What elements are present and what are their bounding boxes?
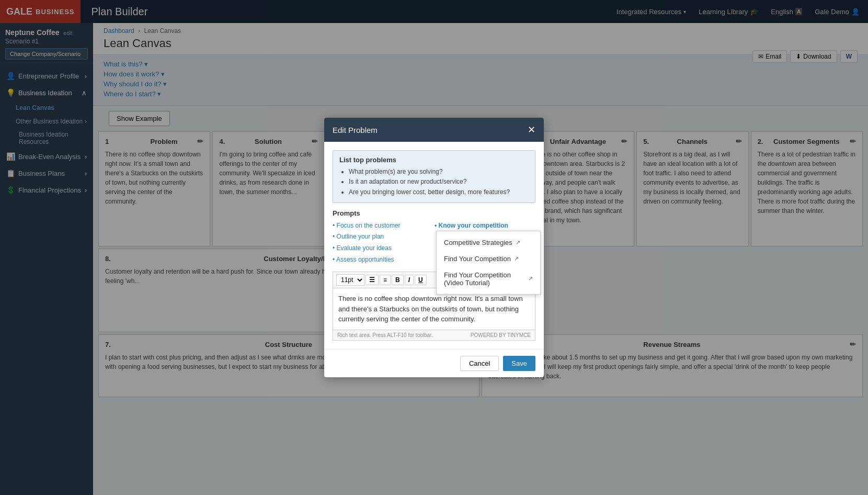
edit-problem-modal: Edit Problem ✕ List top problems What pr… — [324, 118, 544, 377]
competitive-strategies-label: Competitive Strategies — [444, 239, 512, 246]
prompt-list: What problem(s) are you solving? Is it a… — [349, 167, 529, 197]
find-competition-video-item[interactable]: Find Your Competition (Video Tutorial) ↗ — [437, 267, 540, 291]
find-competition-video-label: Find Your Competition (Video Tutorial) — [444, 271, 525, 287]
prompts-grid: • Focus on the customer • Outline your p… — [333, 220, 535, 265]
unordered-list-button[interactable]: ☰ — [366, 275, 379, 285]
prompt-link-outline[interactable]: • Outline your plan — [333, 233, 384, 240]
external-link-icon-2: ↗ — [514, 255, 519, 262]
find-competition-label: Find Your Competition — [444, 255, 511, 263]
prompt-link-assess[interactable]: • Assess opportunities — [333, 256, 394, 263]
tinymce-label: POWERED BY TINYMCE — [471, 332, 531, 338]
modal-header: Edit Problem ✕ — [324, 118, 544, 142]
prompts-title: Prompts — [333, 209, 535, 217]
modal-footer: Cancel Save — [324, 349, 544, 377]
prompts-section: Prompts • Focus on the customer • Outlin… — [333, 209, 535, 265]
save-button[interactable]: Save — [503, 356, 535, 371]
find-competition-item[interactable]: Find Your Competition ↗ — [437, 251, 540, 267]
prompts-right: • Know your competition Competitive Stra… — [435, 220, 535, 265]
prompt-item-1: What problem(s) are you solving? — [349, 167, 529, 177]
prompt-item-3: Are you bringing lower cost, better desi… — [349, 187, 529, 197]
editor-footer: Rich text area. Press ALT-F10 for toolba… — [333, 330, 535, 341]
prompt-link-evaluate[interactable]: • Evaluate your ideas — [333, 244, 392, 252]
italic-button[interactable]: I — [405, 275, 414, 285]
underline-button[interactable]: U — [415, 275, 427, 285]
prompt-box: List top problems What problem(s) are yo… — [333, 150, 535, 203]
modal-title: Edit Problem — [333, 126, 378, 134]
prompt-link-focus[interactable]: • Focus on the customer — [333, 222, 401, 229]
cancel-button[interactable]: Cancel — [460, 356, 499, 371]
external-link-icon-3: ↗ — [528, 275, 533, 282]
prompt-box-title: List top problems — [339, 156, 529, 164]
modal-close-button[interactable]: ✕ — [528, 124, 535, 136]
prompts-left: • Focus on the customer • Outline your p… — [333, 220, 433, 265]
external-link-icon-1: ↗ — [516, 239, 520, 246]
ordered-list-button[interactable]: ≡ — [380, 275, 391, 285]
modal-body: List top problems What problem(s) are yo… — [324, 142, 544, 348]
font-size-select[interactable]: 11pt — [336, 274, 364, 286]
competition-dropdown: Competitive Strategies ↗ Find Your Compe… — [436, 231, 541, 295]
prompt-link-competition[interactable]: • Know your competition — [435, 222, 508, 229]
competitive-strategies-item[interactable]: Competitive Strategies ↗ — [437, 234, 540, 251]
modal-overlay[interactable]: Edit Problem ✕ List top problems What pr… — [0, 0, 868, 495]
editor-hint: Rich text area. Press ALT-F10 for toolba… — [337, 332, 433, 338]
bold-button[interactable]: B — [392, 275, 404, 285]
prompt-item-2: Is it an adaptation or new product/servi… — [349, 177, 529, 187]
